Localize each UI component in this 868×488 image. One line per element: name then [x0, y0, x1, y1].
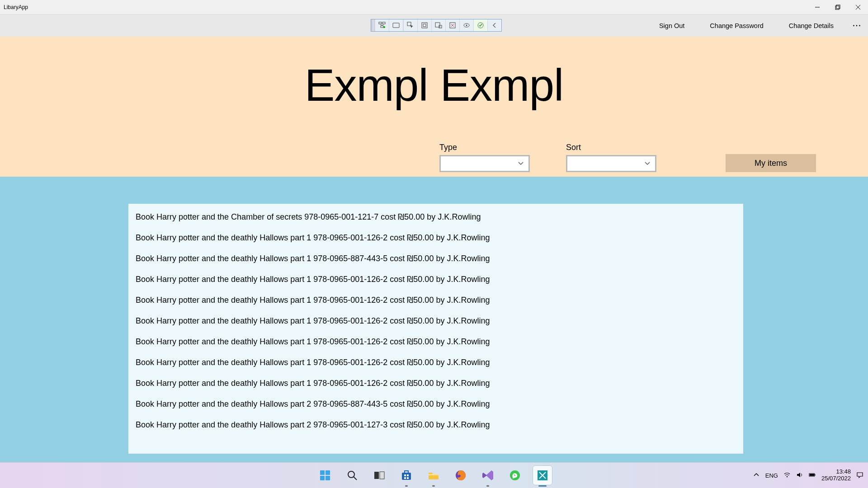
whatsapp-icon[interactable] [505, 466, 524, 485]
svg-rect-34 [429, 474, 439, 475]
more-options-button[interactable]: ··· [846, 14, 868, 37]
clock[interactable]: 13:48 25/07/2022 [821, 469, 851, 482]
content-area: Book Harry potter and the Chamber of sec… [0, 177, 868, 463]
clock-time: 13:48 [836, 469, 851, 475]
runtime-tools-icon[interactable] [389, 19, 403, 31]
svg-rect-1 [835, 6, 839, 9]
type-label: Type [439, 143, 530, 152]
list-item[interactable]: Book Harry potter and the Chamber of sec… [128, 206, 743, 227]
svg-line-26 [354, 477, 357, 480]
visual-studio-icon[interactable] [478, 466, 497, 485]
list-item[interactable]: Book Harry potter and the deathly Hallow… [128, 352, 743, 373]
svg-rect-11 [393, 23, 399, 28]
tray-overflow-icon[interactable] [753, 471, 760, 480]
select-element-icon[interactable] [403, 19, 417, 31]
my-items-button[interactable]: My items [726, 154, 816, 172]
change-password-button[interactable]: Change Password [697, 14, 776, 37]
library-app-taskbar-icon[interactable] [533, 465, 552, 485]
window-title: LibaryApp [0, 4, 28, 10]
hot-reload-icon[interactable] [445, 19, 459, 31]
svg-point-19 [466, 25, 467, 26]
svg-rect-7 [381, 26, 383, 28]
task-view-icon[interactable] [370, 466, 389, 485]
list-item[interactable]: Book Harry potter and the deathly Hallow… [128, 269, 743, 290]
header-hero: Exmpl Exmpl Type Sort My items [0, 37, 868, 177]
list-item[interactable]: Book Harry potter and the deathly Hallow… [128, 310, 743, 331]
svg-rect-42 [815, 474, 816, 475]
items-listbox[interactable]: Book Harry potter and the Chamber of sec… [128, 204, 743, 454]
svg-rect-27 [374, 472, 379, 479]
list-item[interactable]: Book Harry potter and the deathly Hallow… [128, 248, 743, 269]
list-item[interactable]: Book Harry potter and the deathly Hallow… [128, 414, 743, 435]
page-title: Exmpl Exmpl [305, 37, 563, 111]
ms-store-icon[interactable] [397, 466, 416, 485]
svg-line-8 [380, 24, 382, 26]
chevron-down-icon [644, 160, 651, 167]
svg-point-25 [348, 471, 354, 478]
svg-rect-29 [402, 473, 411, 480]
list-item[interactable]: Book Harry potter and the deathly Hallow… [128, 331, 743, 352]
windows-taskbar[interactable]: ENG 13:48 25/07/2022 [0, 462, 868, 488]
list-item[interactable]: Book Harry potter and the deathly Hallow… [128, 373, 743, 394]
sign-out-button[interactable]: Sign Out [646, 14, 697, 37]
firefox-icon[interactable] [451, 466, 470, 485]
live-visual-tree-icon[interactable] [375, 19, 389, 31]
svg-rect-23 [320, 476, 325, 480]
minimize-button[interactable] [807, 0, 827, 14]
svg-rect-32 [404, 477, 406, 479]
svg-rect-2 [836, 5, 840, 9]
svg-line-9 [382, 24, 384, 26]
battery-icon[interactable] [809, 471, 816, 480]
start-button[interactable] [316, 466, 335, 485]
change-details-button[interactable]: Change Details [776, 14, 846, 37]
wifi-icon[interactable] [783, 471, 791, 480]
notifications-icon[interactable] [856, 471, 863, 480]
track-focused-element-icon[interactable] [431, 19, 445, 31]
chevron-down-icon [518, 160, 524, 167]
list-item[interactable]: Book Harry potter and the deathly Hallow… [128, 290, 743, 310]
svg-rect-6 [382, 22, 385, 24]
collapse-toolbar-icon[interactable] [487, 19, 501, 31]
maximize-button[interactable] [827, 0, 848, 14]
svg-point-10 [383, 26, 385, 28]
toggle-icon[interactable] [459, 19, 473, 31]
svg-rect-5 [379, 22, 382, 24]
language-indicator[interactable]: ENG [765, 472, 778, 479]
volume-icon[interactable] [796, 471, 803, 480]
svg-rect-30 [404, 474, 406, 476]
svg-rect-31 [407, 474, 409, 476]
svg-point-40 [787, 476, 788, 477]
svg-rect-14 [423, 24, 426, 27]
clock-date: 25/07/2022 [821, 475, 851, 482]
check-icon[interactable] [473, 19, 487, 31]
file-explorer-icon[interactable] [424, 466, 443, 485]
title-bar: LibaryApp [0, 0, 868, 14]
close-button[interactable] [848, 0, 868, 14]
vs-debug-toolbar[interactable] [371, 19, 502, 32]
type-combobox[interactable] [439, 155, 530, 172]
svg-rect-21 [320, 470, 325, 475]
search-icon[interactable] [343, 466, 362, 485]
display-layout-adorners-icon[interactable] [417, 19, 431, 31]
debug-toolbar-grip[interactable] [371, 19, 375, 31]
svg-rect-28 [380, 472, 384, 479]
svg-rect-33 [407, 477, 409, 479]
svg-rect-24 [326, 476, 330, 480]
system-tray[interactable]: ENG 13:48 25/07/2022 [753, 469, 863, 482]
sort-label: Sort [566, 143, 656, 152]
sort-combobox[interactable] [566, 155, 656, 172]
svg-rect-13 [422, 23, 427, 28]
svg-rect-22 [326, 470, 330, 475]
svg-rect-43 [810, 474, 814, 476]
list-item[interactable]: Book Harry potter and the deathly Hallow… [128, 394, 743, 414]
list-item[interactable]: Book Harry potter and the deathly Hallow… [128, 227, 743, 248]
svg-rect-16 [439, 25, 442, 28]
